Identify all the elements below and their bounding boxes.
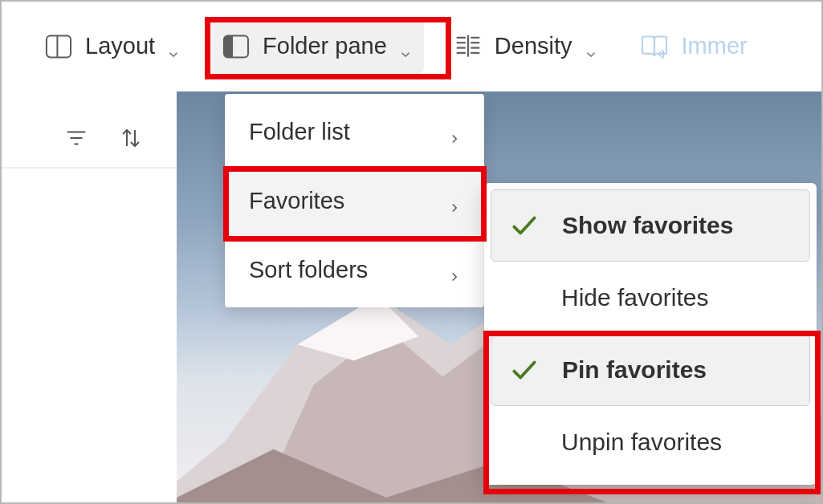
chevron-down-icon [166,41,177,52]
message-list-panel [2,91,177,502]
folder-pane-menu: Folder list Favorites Sort folders [225,94,484,307]
checkmark-icon [507,209,541,242]
submenu-item-show-favorites[interactable]: Show favorites [491,189,810,262]
layout-label: Layout [85,33,155,59]
folder-pane-icon [221,31,251,62]
chevron-right-icon [447,263,460,276]
layout-icon [43,31,74,62]
density-label: Density [495,33,572,59]
view-toolbar: Layout Folder pane [2,2,821,91]
folder-pane-button[interactable]: Folder pane [206,20,424,73]
submenu-item-label: Pin favorites [562,356,793,384]
menu-item-label: Sort folders [249,257,368,283]
menu-item-favorites[interactable]: Favorites [225,166,484,235]
filter-icon[interactable] [64,126,88,153]
chevron-right-icon [447,125,460,138]
immersive-reader-button[interactable]: Immer [624,19,762,74]
svg-rect-0 [47,35,71,57]
immersive-reader-icon [638,30,670,63]
menu-item-folder-list[interactable]: Folder list [225,97,484,166]
checkmark-icon [507,353,541,387]
svg-rect-4 [229,35,234,57]
chevron-down-icon [398,41,409,52]
submenu-item-label: Unpin favorites [561,429,794,456]
app-window: Layout Folder pane [0,0,823,504]
submenu-item-label: Hide favorites [561,284,794,311]
immersive-reader-label: Immer [682,33,748,59]
chevron-down-icon [584,41,595,52]
menu-item-sort-folders[interactable]: Sort folders [225,235,484,304]
submenu-item-hide-favorites[interactable]: Hide favorites [491,262,810,334]
menu-item-label: Folder list [249,119,350,145]
message-list-header [2,112,177,169]
sort-icon[interactable] [119,126,143,153]
chevron-right-icon [447,194,460,207]
favorites-submenu: Show favorites Hide favorites Pin favori… [484,183,817,485]
folder-pane-label: Folder pane [263,33,387,59]
density-icon [453,31,483,62]
submenu-item-pin-favorites[interactable]: Pin favorites [491,334,810,406]
submenu-item-unpin-favorites[interactable]: Unpin favorites [491,406,810,478]
checkmark-icon [507,281,540,315]
menu-item-label: Favorites [249,188,344,214]
density-button[interactable]: Density [438,20,609,73]
checkmark-icon [507,425,540,459]
layout-button[interactable]: Layout [29,20,192,73]
submenu-item-label: Show favorites [562,212,793,239]
